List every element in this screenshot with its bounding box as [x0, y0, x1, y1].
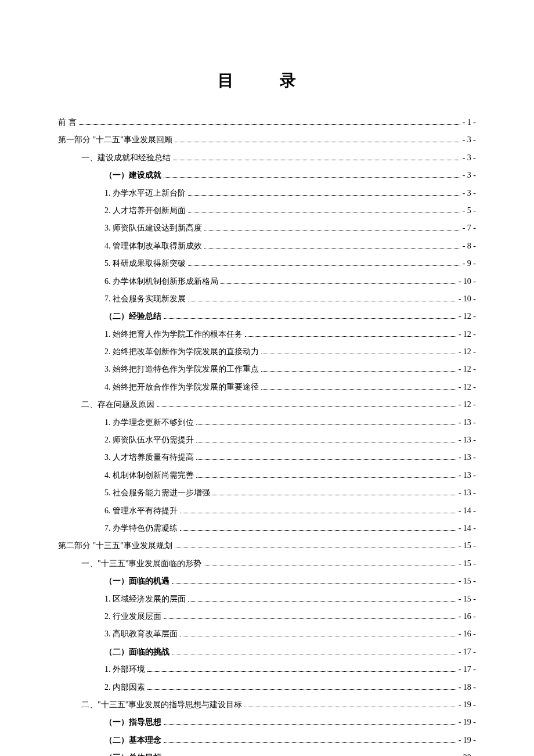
- toc-entry-label: （二）面临的挑战: [104, 646, 169, 658]
- toc-entry-label: 2. 人才培养开创新局面: [104, 204, 186, 217]
- toc-entry: 5. 社会服务能力需进一步增强- 13 -: [58, 487, 476, 499]
- toc-leader-dots: [172, 583, 456, 584]
- toc-entry-page: - 15 -: [459, 593, 476, 606]
- toc-entry-page: - 15 -: [459, 539, 476, 552]
- toc-entry-page: - 13 -: [459, 451, 476, 464]
- toc-leader-dots: [188, 301, 456, 301]
- toc-leader-dots: [261, 354, 456, 354]
- toc-leader-dots: [261, 371, 456, 372]
- toc-entry-page: - 13 -: [459, 416, 476, 429]
- toc-entry: 1. 办学水平迈上新台阶- 3 -: [58, 187, 476, 200]
- toc-entry: 3. 人才培养质量有待提高- 13 -: [58, 451, 476, 464]
- toc-entry-page: - 19 -: [459, 699, 476, 711]
- toc-entry-page: - 1 -: [463, 116, 476, 129]
- toc-leader-dots: [196, 442, 456, 442]
- toc-entry-label: 4. 管理体制改革取得新成效: [104, 240, 202, 253]
- toc-leader-dots: [164, 742, 456, 743]
- toc-entry-label: 2. 行业发展层面: [104, 610, 161, 623]
- toc-entry-page: - 17 -: [459, 646, 476, 658]
- toc-leader-dots: [175, 548, 456, 548]
- toc-leader-dots: [188, 265, 460, 266]
- toc-leader-dots: [164, 318, 456, 319]
- toc-entry-label: （一）面临的机遇: [104, 575, 169, 588]
- toc-entry-label: 2. 内部因素: [104, 681, 145, 694]
- toc-entry-page: - 12 -: [459, 345, 476, 358]
- toc-entry-page: - 12 -: [459, 398, 476, 411]
- toc-entry: （二）经验总结- 12 -: [58, 310, 476, 323]
- toc-entry-page: - 19 -: [459, 716, 476, 729]
- toc-entry-page: - 15 -: [459, 557, 476, 570]
- toc-leader-dots: [188, 213, 460, 213]
- toc-entry-page: - 9 -: [463, 257, 476, 270]
- toc-entry: 1. 办学理念更新不够到位- 13 -: [58, 416, 476, 429]
- toc-leader-dots: [196, 477, 456, 478]
- toc-entry: 一、建设成就和经验总结- 3 -: [58, 152, 476, 164]
- page-title: 目 录: [58, 70, 476, 92]
- toc-leader-dots: [221, 283, 456, 284]
- toc-entry: 一、"十三五"事业发展面临的形势- 15 -: [58, 557, 476, 570]
- toc-entry-page: - 3 -: [463, 187, 476, 200]
- toc-entry: 前 言- 1 -: [58, 116, 476, 129]
- toc-entry-page: - 14 -: [459, 522, 476, 535]
- toc-entry-page: - 3 -: [463, 134, 476, 146]
- toc-entry-label: 第二部分 "十三五"事业发展规划: [58, 539, 172, 552]
- toc-entry-page: - 14 -: [459, 505, 476, 517]
- toc-leader-dots: [173, 160, 460, 160]
- toc-entry: 2. 始终把改革创新作为学院发展的直接动力- 12 -: [58, 345, 476, 358]
- toc-entry-label: 3. 高职教育改革层面: [104, 628, 178, 640]
- toc-entry: 二、存在问题及原因- 12 -: [58, 398, 476, 411]
- toc-entry-page: - 12 -: [459, 363, 476, 376]
- toc-leader-dots: [79, 124, 460, 125]
- toc-entry-label: 1. 始终把育人作为学院工作的根本任务: [104, 328, 243, 341]
- toc-entry: （一）指导思想- 19 -: [58, 716, 476, 729]
- toc-entry-page: - 13 -: [459, 469, 476, 482]
- toc-leader-dots: [164, 618, 456, 619]
- toc-entry-label: 4. 始终把开放合作作为学院发展的重要途径: [104, 381, 259, 394]
- toc-entry: （二）面临的挑战- 17 -: [58, 646, 476, 658]
- toc-entry: 3. 始终把打造特色作为学院发展的工作重点- 12 -: [58, 363, 476, 376]
- toc-entry-page: - 3 -: [463, 152, 476, 164]
- toc-leader-dots: [196, 459, 456, 460]
- toc-entry-label: 1. 办学水平迈上新台阶: [104, 187, 186, 200]
- toc-entry-label: 6. 管理水平有待提升: [104, 505, 178, 517]
- toc-entry-page: - 7 -: [463, 222, 476, 235]
- toc-entry: 7. 社会服务实现新发展- 10 -: [58, 293, 476, 305]
- toc-entry-page: - 13 -: [459, 487, 476, 499]
- toc-entry-label: （三）总体目标: [104, 751, 161, 756]
- toc-entry-label: 1. 区域经济发展的层面: [104, 593, 186, 606]
- toc-leader-dots: [204, 248, 460, 249]
- toc-leader-dots: [204, 566, 456, 566]
- toc-entry-label: 一、"十三五"事业发展面临的形势: [81, 557, 201, 570]
- toc-entry: 2. 内部因素- 18 -: [58, 681, 476, 694]
- toc-entry-label: 1. 办学理念更新不够到位: [104, 416, 194, 429]
- toc-entry-label: 2. 师资队伍水平仍需提升: [104, 434, 194, 447]
- toc-entry-page: - 13 -: [459, 434, 476, 447]
- toc-entry: 2. 行业发展层面- 16 -: [58, 610, 476, 623]
- toc-entry-label: 7. 办学特色仍需凝练: [104, 522, 178, 535]
- toc-entry-page: - 5 -: [463, 204, 476, 217]
- toc-entry-page: - 16 -: [459, 628, 476, 640]
- toc-entry: （一）建设成就- 3 -: [58, 169, 476, 182]
- toc-entry: 5. 科研成果取得新突破- 9 -: [58, 257, 476, 270]
- toc-entry: 4. 机制体制创新尚需完善- 13 -: [58, 469, 476, 482]
- toc-entry-label: 前 言: [58, 116, 77, 129]
- toc-entry: 1. 区域经济发展的层面- 15 -: [58, 593, 476, 606]
- toc-leader-dots: [175, 142, 460, 142]
- toc-entry: 4. 始终把开放合作作为学院发展的重要途径- 12 -: [58, 381, 476, 394]
- toc-entry-page: - 3 -: [463, 169, 476, 182]
- toc-entry-label: 7. 社会服务实现新发展: [104, 293, 186, 305]
- toc-leader-dots: [147, 689, 456, 690]
- toc-entry-label: 一、建设成就和经验总结: [81, 152, 171, 164]
- toc-leader-dots: [180, 513, 456, 513]
- toc-entry: （三）总体目标- 20 -: [58, 751, 476, 756]
- toc-entry-page: - 20 -: [459, 751, 476, 756]
- toc-leader-dots: [180, 530, 456, 531]
- toc-entry: 第一部分 "十二五"事业发展回顾- 3 -: [58, 134, 476, 146]
- toc-entry-page: - 18 -: [459, 681, 476, 694]
- toc-entry-label: 5. 科研成果取得新突破: [104, 257, 186, 270]
- toc-entry-label: 二、"十三五"事业发展的指导思想与建设目标: [81, 699, 242, 711]
- toc-entry: 二、"十三五"事业发展的指导思想与建设目标- 19 -: [58, 699, 476, 711]
- toc-entry: 1. 始终把育人作为学院工作的根本任务- 12 -: [58, 328, 476, 341]
- toc-leader-dots: [180, 636, 456, 636]
- toc-entry: 6. 办学体制机制创新形成新格局- 10 -: [58, 275, 476, 288]
